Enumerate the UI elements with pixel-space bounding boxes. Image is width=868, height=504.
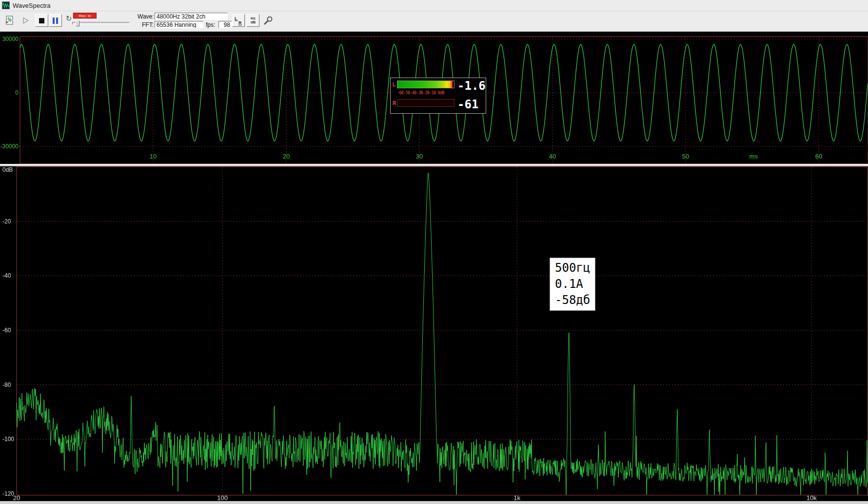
db-label: dB [251,20,256,24]
svg-text:-20: -20 [2,218,11,225]
play-button[interactable] [20,15,32,26]
left-level-fill [397,81,453,88]
measurement-annotation: 500гц0.1A-58дб [550,258,595,311]
hz-db-button[interactable]: Hz dB [247,14,259,27]
lr-channel-button[interactable]: L R [232,14,245,27]
annotation-level: -58дб [555,293,590,307]
level-meter-window[interactable]: L -1.6 -60-50-40-30-20-10 0dB R -61 [390,78,486,114]
svg-text:50: 50 [682,153,689,160]
right-peak-value: -61 [457,99,486,110]
svg-text:40: 40 [549,153,556,160]
stop-button[interactable] [35,14,48,27]
window-title: WaveSpectra [13,2,51,9]
title-bar[interactable]: WaveSpectra [0,0,868,11]
open-wave-button[interactable] [3,14,17,27]
svg-text:-40: -40 [2,272,11,279]
slider-thumb[interactable] [76,20,79,26]
annotation-freq: 500гц [555,261,590,275]
meter-scale: -60-50-40-30-20-10 0dB [397,91,455,95]
settings-wrench-icon [263,15,274,26]
stop-icon [39,18,44,23]
rec-indicator: Rec: In [73,13,97,19]
svg-text:-30000: -30000 [0,143,19,150]
spectrum-panel: 201001k10k0dB-20-40-60-80-100-120 [0,166,868,501]
fft-label: FFT: [142,21,154,28]
svg-text:-80: -80 [2,382,11,388]
spectrum-chart: 201001k10k0dB-20-40-60-80-100-120 [0,166,868,501]
pause-button[interactable] [49,14,62,27]
wavespectra-window: WaveSpectra ↻ Rec: In Wave: [0,0,868,504]
window-bottom-edge [0,501,868,504]
open-file-icon [4,15,15,26]
app-icon [2,1,10,9]
svg-text:0: 0 [15,89,19,96]
svg-text:30000: 30000 [2,36,19,42]
right-level-bar [397,99,454,107]
svg-text:L: L [235,16,237,21]
wave-format-field[interactable]: 48000Hz 32bit 2ch [155,13,228,20]
svg-text:10: 10 [150,153,157,160]
svg-text:60: 60 [815,153,822,160]
svg-text:R: R [238,20,242,25]
right-channel-label: R [393,101,396,106]
left-peak-value: -1.6 [457,80,486,92]
lr-channel-icon: L R [234,16,243,25]
wave-label: Wave: [138,13,154,20]
svg-text:20: 20 [283,153,290,160]
svg-text:-100: -100 [2,436,14,443]
svg-text:ms: ms [750,153,758,160]
fps-label: fps: [206,21,215,28]
left-level-bar [397,81,454,88]
toolbar: ↻ Rec: In Wave: 48000Hz 32bit 2ch FFT: 6… [0,11,868,32]
play-icon [22,17,30,24]
svg-text:-120: -120 [2,490,14,497]
position-slider[interactable] [72,22,130,25]
settings-button[interactable] [261,14,275,27]
fft-field[interactable]: 65536 Hanning [155,21,203,28]
loop-icon: ↻ [66,14,72,23]
svg-text:0dB: 0dB [2,166,13,173]
pause-icon [53,18,58,24]
svg-text:30: 30 [416,153,423,160]
annotation-amplitude: 0.1A [555,277,583,291]
fps-field[interactable]: 98 [218,21,232,28]
left-channel-label: L [393,82,395,87]
svg-text:-60: -60 [2,327,11,334]
